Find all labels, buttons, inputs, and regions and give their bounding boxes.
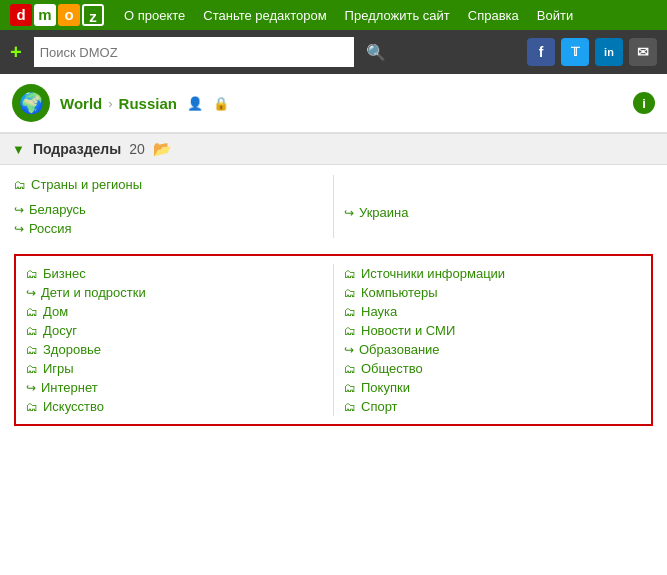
countries-right: ↪ Украина bbox=[334, 175, 653, 238]
logo-m: m bbox=[34, 4, 56, 26]
nauka-link[interactable]: 🗂 Наука bbox=[344, 302, 641, 321]
novosti-link[interactable]: 🗂 Новости и СМИ bbox=[344, 321, 641, 340]
subcategories-header: ▼ Подразделы 20 📂 bbox=[0, 133, 667, 165]
obschestvo-label: Общество bbox=[361, 361, 423, 376]
email-icon[interactable]: ✉ bbox=[629, 38, 657, 66]
twitter-icon[interactable]: 𝕋 bbox=[561, 38, 589, 66]
facebook-icon[interactable]: f bbox=[527, 38, 555, 66]
search-input-wrap bbox=[34, 37, 354, 67]
belarus-link[interactable]: ↪ Беларусь bbox=[14, 200, 323, 219]
breadcrumb-world[interactable]: World bbox=[60, 95, 102, 112]
countries-regions-label: Страны и регионы bbox=[31, 177, 142, 192]
linkedin-icon[interactable]: in bbox=[595, 38, 623, 66]
search-button[interactable]: 🔍 bbox=[362, 41, 390, 64]
logo-d: d bbox=[10, 4, 32, 26]
belarus-label: Беларусь bbox=[29, 202, 86, 217]
sport-link[interactable]: 🗂 Спорт bbox=[344, 397, 641, 416]
red-section-left: 🗂 Бизнес ↪ Дети и подростки 🗂 Дом 🗂 Досу… bbox=[26, 264, 334, 416]
sport-label: Спорт bbox=[361, 399, 398, 414]
nav-links: О проекте Станьте редактором Предложить … bbox=[124, 8, 573, 23]
nav-become-editor[interactable]: Станьте редактором bbox=[203, 8, 326, 23]
nav-suggest-site[interactable]: Предложить сайт bbox=[345, 8, 450, 23]
biznes-link[interactable]: 🗂 Бизнес bbox=[26, 264, 323, 283]
russia-link[interactable]: ↪ Россия bbox=[14, 219, 323, 238]
folder-icon-sport: 🗂 bbox=[344, 400, 356, 414]
breadcrumb-separator: › bbox=[108, 96, 112, 111]
internet-link[interactable]: ↪ Интернет bbox=[26, 378, 323, 397]
redirect-icon-deti: ↪ bbox=[26, 286, 36, 300]
redirect-icon-belarus: ↪ bbox=[14, 203, 24, 217]
zdorovye-link[interactable]: 🗂 Здоровье bbox=[26, 340, 323, 359]
folder-icon-biznes: 🗂 bbox=[26, 267, 38, 281]
nauka-label: Наука bbox=[361, 304, 397, 319]
igry-label: Игры bbox=[43, 361, 74, 376]
open-all-icon[interactable]: 📂 bbox=[153, 140, 172, 158]
novosti-label: Новости и СМИ bbox=[361, 323, 455, 338]
countries-layout: 🗂 Страны и регионы ↪ Беларусь ↪ Россия ↪… bbox=[14, 175, 653, 238]
kompyutery-label: Компьютеры bbox=[361, 285, 438, 300]
folder-icon-iskusstvo: 🗂 bbox=[26, 400, 38, 414]
pokupki-label: Покупки bbox=[361, 380, 410, 395]
dosug-link[interactable]: 🗂 Досуг bbox=[26, 321, 323, 340]
redirect-icon-obrazovanie: ↪ bbox=[344, 343, 354, 357]
igry-link[interactable]: 🗂 Игры bbox=[26, 359, 323, 378]
user-icon: 👤 bbox=[187, 96, 203, 111]
collapse-arrow[interactable]: ▼ bbox=[12, 142, 25, 157]
breadcrumb: World › Russian 👤 🔒 bbox=[60, 95, 229, 112]
folder-icon-countries: 🗂 bbox=[14, 178, 26, 192]
folder-icon-kompyutery: 🗂 bbox=[344, 286, 356, 300]
lock-icon: 🔒 bbox=[213, 96, 229, 111]
folder-icon-nauka: 🗂 bbox=[344, 305, 356, 319]
nav-about[interactable]: О проекте bbox=[124, 8, 185, 23]
biznes-label: Бизнес bbox=[43, 266, 86, 281]
redirect-icon-russia: ↪ bbox=[14, 222, 24, 236]
social-icons: f 𝕋 in ✉ bbox=[527, 38, 657, 66]
istochniki-label: Источники информации bbox=[361, 266, 505, 281]
subcategories-title: Подразделы bbox=[33, 141, 121, 157]
search-input[interactable] bbox=[40, 45, 348, 60]
logo-z: z bbox=[82, 4, 104, 26]
deti-link[interactable]: ↪ Дети и подростки bbox=[26, 283, 323, 302]
nav-login[interactable]: Войти bbox=[537, 8, 573, 23]
globe-icon: 🌍 bbox=[12, 84, 50, 122]
nav-help[interactable]: Справка bbox=[468, 8, 519, 23]
add-icon[interactable]: + bbox=[10, 41, 22, 64]
zdorovye-label: Здоровье bbox=[43, 342, 101, 357]
deti-label: Дети и подростки bbox=[41, 285, 146, 300]
pokupki-link[interactable]: 🗂 Покупки bbox=[344, 378, 641, 397]
red-section-layout: 🗂 Бизнес ↪ Дети и подростки 🗂 Дом 🗂 Досу… bbox=[26, 264, 641, 416]
breadcrumb-current: Russian bbox=[119, 95, 177, 112]
folder-icon-novosti: 🗂 bbox=[344, 324, 356, 338]
folder-icon-istochniki: 🗂 bbox=[344, 267, 356, 281]
ukraine-label: Украина bbox=[359, 205, 409, 220]
logo-o: o bbox=[58, 4, 80, 26]
top-navigation: d m o z О проекте Станьте редактором Пре… bbox=[0, 0, 667, 30]
breadcrumb-area: 🌍 World › Russian 👤 🔒 i bbox=[0, 74, 667, 133]
search-bar: + 🔍 f 𝕋 in ✉ bbox=[0, 30, 667, 74]
dosug-label: Досуг bbox=[43, 323, 77, 338]
red-section-right: 🗂 Источники информации 🗂 Компьютеры 🗂 На… bbox=[334, 264, 641, 416]
countries-left: 🗂 Страны и регионы ↪ Беларусь ↪ Россия bbox=[14, 175, 334, 238]
dom-label: Дом bbox=[43, 304, 68, 319]
info-icon[interactable]: i bbox=[633, 92, 655, 114]
redirect-icon-internet: ↪ bbox=[26, 381, 36, 395]
folder-icon-obschestvo: 🗂 bbox=[344, 362, 356, 376]
red-border-section: 🗂 Бизнес ↪ Дети и подростки 🗂 Дом 🗂 Досу… bbox=[14, 254, 653, 426]
dom-link[interactable]: 🗂 Дом bbox=[26, 302, 323, 321]
obrazovanie-label: Образование bbox=[359, 342, 440, 357]
countries-regions-link[interactable]: 🗂 Страны и регионы bbox=[14, 175, 323, 194]
internet-label: Интернет bbox=[41, 380, 98, 395]
russia-label: Россия bbox=[29, 221, 72, 236]
folder-icon-dom: 🗂 bbox=[26, 305, 38, 319]
logo[interactable]: d m o z bbox=[10, 4, 104, 26]
subcategories-count: 20 bbox=[129, 141, 145, 157]
kompyutery-link[interactable]: 🗂 Компьютеры bbox=[344, 283, 641, 302]
ukraine-link[interactable]: ↪ Украина bbox=[344, 203, 653, 222]
istochniki-link[interactable]: 🗂 Источники информации bbox=[344, 264, 641, 283]
redirect-icon-ukraine: ↪ bbox=[344, 206, 354, 220]
folder-icon-zdorovye: 🗂 bbox=[26, 343, 38, 357]
obrazovanie-link[interactable]: ↪ Образование bbox=[344, 340, 641, 359]
obschestvo-link[interactable]: 🗂 Общество bbox=[344, 359, 641, 378]
iskusstvo-link[interactable]: 🗂 Искусство bbox=[26, 397, 323, 416]
content-area: 🗂 Страны и регионы ↪ Беларусь ↪ Россия ↪… bbox=[0, 165, 667, 436]
